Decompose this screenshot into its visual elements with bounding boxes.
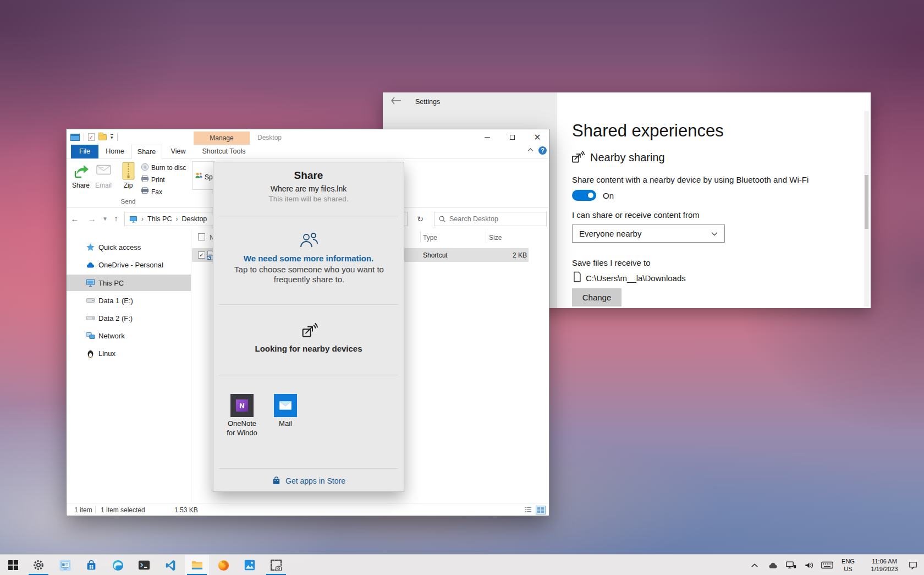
tray-volume-icon[interactable] [801, 555, 817, 575]
mail-app-label: Mail [269, 419, 302, 428]
search-input[interactable] [449, 215, 532, 223]
file-size-cell: 2 KB [463, 251, 527, 259]
sidebar-item-onedrive[interactable]: OneDrive - Personal [67, 256, 191, 273]
mail-app-tile[interactable] [274, 394, 297, 417]
taskbar: ENG US 11:06 AM 1/19/2023 [0, 554, 924, 575]
help-icon[interactable]: ? [538, 146, 547, 155]
properties-icon[interactable]: ✓ [88, 133, 95, 141]
tab-share[interactable]: Share [131, 145, 162, 159]
close-icon[interactable]: ✕ [526, 129, 548, 145]
back-icon[interactable]: ← [68, 211, 81, 226]
maximize-button[interactable] [501, 129, 523, 145]
up-icon[interactable]: ↑ [109, 211, 123, 226]
breadcrumb-separator: › [141, 215, 144, 223]
tab-file[interactable]: File [71, 145, 98, 158]
get-apps-link[interactable]: Get apps in Store [213, 469, 404, 492]
zip-button-label[interactable]: Zip [117, 182, 140, 189]
details-view-icon[interactable] [524, 506, 534, 514]
taskbar-vscode-icon[interactable] [158, 555, 183, 575]
onenote-icon: N [236, 399, 248, 412]
select-all-checkbox[interactable] [198, 233, 205, 240]
share-with-gallery[interactable]: Sp [192, 161, 215, 190]
drive-icon [85, 298, 95, 303]
share-dialog-title: Share [213, 169, 404, 182]
mail-icon [278, 400, 293, 411]
this-pc-icon [129, 216, 138, 223]
manage-context-tab[interactable]: Manage [194, 132, 250, 145]
shared-item-name: Where are my files.lnk [213, 184, 404, 193]
sidebar-item-linux[interactable]: Linux [67, 345, 191, 362]
taskbar-firefox-icon[interactable] [211, 555, 235, 575]
thumbnail-view-icon[interactable] [536, 506, 546, 514]
sidebar-item-this-pc[interactable]: This PC [67, 275, 191, 291]
tray-chevron-up-icon[interactable] [747, 555, 762, 575]
burn-button-label[interactable]: Burn to disc [151, 164, 186, 172]
action-center-icon[interactable] [905, 555, 921, 575]
share-dialog: Share Where are my files.lnk This item w… [213, 162, 404, 492]
burn-disc-icon [141, 163, 149, 171]
share-from-value: Everyone nearby [579, 229, 641, 238]
people-icon [298, 232, 320, 248]
breadcrumb-desktop[interactable]: Desktop [182, 215, 207, 223]
email-button-label[interactable]: Email [91, 182, 116, 189]
onenote-app-tile[interactable]: N [230, 394, 254, 417]
print-button-label[interactable]: Print [151, 176, 165, 184]
quick-access-toolbar: ✓ ▾ [70, 133, 118, 141]
drive-icon [85, 315, 95, 321]
start-button[interactable] [1, 555, 25, 575]
fax-button-label[interactable]: Fax [151, 188, 162, 196]
fax-icon [141, 187, 149, 194]
back-arrow-icon[interactable] [391, 97, 407, 108]
share-from-label: I can share or receive content from [572, 210, 700, 220]
breadcrumb-this-pc[interactable]: This PC [147, 215, 172, 223]
scrollbar-thumb[interactable] [865, 175, 868, 229]
taskbar-edge-icon[interactable] [106, 555, 130, 575]
status-item-count: 1 item [74, 506, 92, 514]
scrollbar[interactable] [864, 111, 869, 306]
sidebar-item-quick-access[interactable]: Quick access [67, 239, 191, 255]
refresh-icon[interactable]: ↻ [413, 212, 427, 226]
send-group-label: Send [116, 198, 140, 205]
nearby-sharing-description: Share content with a nearby device by us… [572, 175, 809, 184]
sidebar-item-data2[interactable]: Data 2 (F:) [67, 310, 191, 326]
sidebar-item-network[interactable]: Network [67, 327, 191, 344]
tray-network-icon[interactable] [783, 555, 799, 575]
tray-touch-keyboard-icon[interactable] [820, 555, 835, 575]
store-bag-icon [272, 476, 281, 485]
taskbar-store-icon[interactable] [79, 555, 103, 575]
customize-toolbar-icon[interactable]: ▾ [111, 134, 113, 140]
search-box[interactable] [434, 212, 547, 226]
taskbar-system-info-icon[interactable] [53, 555, 77, 575]
monitor-icon [85, 278, 95, 287]
collapse-ribbon-icon[interactable] [527, 148, 534, 152]
star-icon [85, 243, 95, 252]
tab-home[interactable]: Home [101, 145, 129, 158]
taskbar-snipping-tool-icon[interactable] [264, 555, 288, 575]
nearby-sharing-section: Nearby sharing [570, 150, 665, 165]
tab-shortcut-tools[interactable]: Shortcut Tools [196, 145, 251, 158]
page-title: Shared experiences [572, 121, 724, 141]
taskbar-file-explorer-icon[interactable] [185, 555, 209, 575]
explorer-app-icon[interactable] [70, 134, 80, 141]
tray-onedrive-icon[interactable] [765, 555, 780, 575]
column-header-size[interactable]: Size [489, 234, 502, 242]
row-checkbox[interactable]: ✓ [198, 251, 205, 259]
nearby-sharing-toggle[interactable] [572, 190, 596, 201]
change-button[interactable]: Change [572, 288, 622, 306]
tray-clock[interactable]: 11:06 AM 1/19/2023 [860, 557, 909, 573]
taskbar-terminal-icon[interactable] [132, 555, 156, 575]
forward-icon[interactable]: → [85, 211, 98, 226]
sidebar-item-data1[interactable]: Data 1 (E:) [67, 292, 191, 309]
share-ribbon-icon[interactable] [73, 163, 90, 179]
taskbar-photos-icon[interactable] [238, 555, 262, 575]
folder-path-icon [573, 271, 581, 282]
minimize-button[interactable] [476, 129, 498, 145]
taskbar-settings-icon[interactable] [26, 555, 51, 575]
share-from-dropdown[interactable]: Everyone nearby [572, 224, 725, 243]
tab-view[interactable]: View [164, 145, 192, 158]
share-info-heading[interactable]: We need some more information. [213, 254, 404, 263]
column-header-type[interactable]: Type [423, 234, 437, 242]
tray-language-indicator[interactable]: ENG US [837, 557, 859, 573]
new-folder-icon[interactable] [98, 134, 107, 140]
chevron-down-icon [711, 232, 718, 236]
